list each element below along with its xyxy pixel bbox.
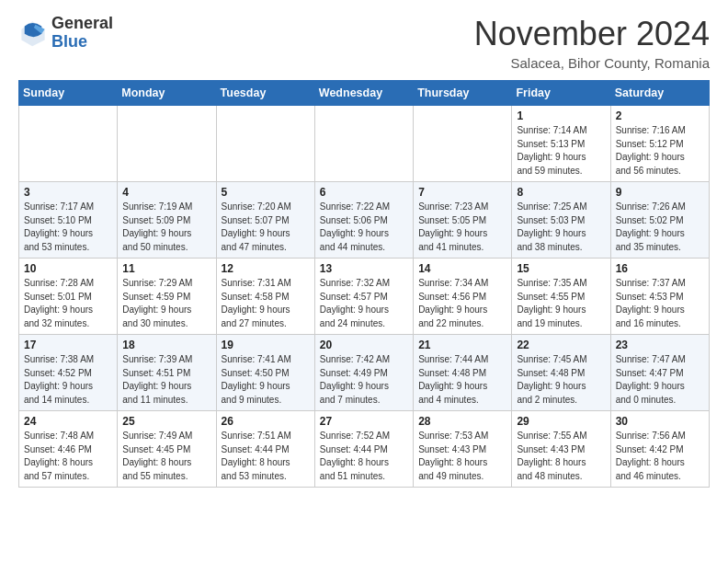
calendar-cell: 18Sunrise: 7:39 AM Sunset: 4:51 PM Dayli… (118, 335, 216, 411)
day-number: 18 (122, 339, 210, 351)
day-info: Sunrise: 7:29 AM Sunset: 4:59 PM Dayligh… (122, 277, 210, 330)
calendar-cell: 25Sunrise: 7:49 AM Sunset: 4:45 PM Dayli… (118, 411, 216, 488)
day-info: Sunrise: 7:48 AM Sunset: 4:46 PM Dayligh… (24, 430, 112, 483)
calendar-cell: 26Sunrise: 7:51 AM Sunset: 4:44 PM Dayli… (216, 411, 314, 488)
logo-icon (18, 18, 48, 48)
day-info: Sunrise: 7:56 AM Sunset: 4:42 PM Dayligh… (616, 430, 704, 483)
day-number: 4 (122, 186, 210, 199)
day-number: 28 (418, 415, 506, 428)
calendar-cell: 5Sunrise: 7:20 AM Sunset: 5:07 PM Daylig… (216, 182, 314, 259)
day-number: 5 (222, 186, 310, 199)
day-info: Sunrise: 7:26 AM Sunset: 5:02 PM Dayligh… (616, 201, 704, 254)
day-number: 9 (616, 186, 704, 199)
calendar-cell: 3Sunrise: 7:17 AM Sunset: 5:10 PM Daylig… (19, 182, 118, 259)
calendar-cell: 29Sunrise: 7:55 AM Sunset: 4:43 PM Dayli… (512, 411, 610, 488)
day-number: 2 (616, 109, 704, 122)
day-number: 7 (418, 186, 506, 199)
day-number: 1 (517, 109, 605, 122)
calendar-cell (414, 106, 512, 182)
calendar-week-1: 3Sunrise: 7:17 AM Sunset: 5:10 PM Daylig… (19, 182, 710, 259)
weekday-header-saturday: Saturday (610, 81, 709, 106)
day-number: 24 (24, 415, 112, 428)
day-number: 29 (517, 415, 605, 428)
calendar-cell (314, 106, 413, 182)
day-info: Sunrise: 7:38 AM Sunset: 4:52 PM Dayligh… (24, 353, 112, 407)
calendar-cell: 21Sunrise: 7:44 AM Sunset: 4:48 PM Dayli… (414, 335, 512, 411)
calendar-cell: 13Sunrise: 7:32 AM Sunset: 4:57 PM Dayli… (314, 259, 413, 335)
day-info: Sunrise: 7:23 AM Sunset: 5:05 PM Dayligh… (418, 201, 506, 254)
day-number: 6 (320, 186, 408, 199)
calendar-cell: 6Sunrise: 7:22 AM Sunset: 5:06 PM Daylig… (314, 182, 413, 259)
day-info: Sunrise: 7:20 AM Sunset: 5:07 PM Dayligh… (222, 201, 310, 254)
day-info: Sunrise: 7:39 AM Sunset: 4:51 PM Dayligh… (122, 353, 210, 407)
day-info: Sunrise: 7:22 AM Sunset: 5:06 PM Dayligh… (320, 201, 408, 254)
calendar-cell: 28Sunrise: 7:53 AM Sunset: 4:43 PM Dayli… (414, 411, 512, 488)
calendar-cell: 27Sunrise: 7:52 AM Sunset: 4:44 PM Dayli… (314, 411, 413, 488)
day-number: 10 (24, 262, 112, 275)
day-info: Sunrise: 7:14 AM Sunset: 5:13 PM Dayligh… (517, 124, 605, 178)
day-info: Sunrise: 7:34 AM Sunset: 4:56 PM Dayligh… (418, 277, 506, 330)
calendar-cell: 8Sunrise: 7:25 AM Sunset: 5:03 PM Daylig… (512, 182, 610, 259)
day-number: 26 (222, 415, 310, 428)
calendar-cell: 10Sunrise: 7:28 AM Sunset: 5:01 PM Dayli… (19, 259, 118, 335)
day-info: Sunrise: 7:42 AM Sunset: 4:49 PM Dayligh… (320, 353, 408, 407)
day-number: 13 (320, 262, 408, 275)
calendar-cell: 14Sunrise: 7:34 AM Sunset: 4:56 PM Dayli… (414, 259, 512, 335)
calendar-cell: 1Sunrise: 7:14 AM Sunset: 5:13 PM Daylig… (512, 106, 610, 182)
day-number: 19 (222, 339, 310, 351)
weekday-header-monday: Monday (118, 81, 216, 106)
day-info: Sunrise: 7:31 AM Sunset: 4:58 PM Dayligh… (222, 277, 310, 330)
calendar-cell: 16Sunrise: 7:37 AM Sunset: 4:53 PM Dayli… (610, 259, 709, 335)
weekday-header-friday: Friday (512, 81, 610, 106)
day-info: Sunrise: 7:19 AM Sunset: 5:09 PM Dayligh… (122, 201, 210, 254)
weekday-header-tuesday: Tuesday (216, 81, 314, 106)
page: General Blue November 2024 Salacea, Biho… (0, 0, 728, 502)
day-number: 30 (616, 415, 704, 428)
calendar-cell (118, 106, 216, 182)
day-info: Sunrise: 7:49 AM Sunset: 4:45 PM Dayligh… (122, 430, 210, 483)
weekday-header-row: SundayMondayTuesdayWednesdayThursdayFrid… (19, 81, 710, 106)
title-block: November 2024 Salacea, Bihor County, Rom… (474, 15, 710, 71)
weekday-header-wednesday: Wednesday (314, 81, 413, 106)
calendar-cell (19, 106, 118, 182)
day-info: Sunrise: 7:35 AM Sunset: 4:55 PM Dayligh… (517, 277, 605, 330)
day-info: Sunrise: 7:52 AM Sunset: 4:44 PM Dayligh… (320, 430, 408, 483)
calendar-cell: 22Sunrise: 7:45 AM Sunset: 4:48 PM Dayli… (512, 335, 610, 411)
calendar-week-2: 10Sunrise: 7:28 AM Sunset: 5:01 PM Dayli… (19, 259, 710, 335)
logo-general: General (51, 14, 113, 32)
day-number: 11 (122, 262, 210, 275)
calendar-week-0: 1Sunrise: 7:14 AM Sunset: 5:13 PM Daylig… (19, 106, 710, 182)
day-info: Sunrise: 7:32 AM Sunset: 4:57 PM Dayligh… (320, 277, 408, 330)
weekday-header-thursday: Thursday (414, 81, 512, 106)
calendar-cell: 24Sunrise: 7:48 AM Sunset: 4:46 PM Dayli… (19, 411, 118, 488)
day-info: Sunrise: 7:37 AM Sunset: 4:53 PM Dayligh… (616, 277, 704, 330)
header: General Blue November 2024 Salacea, Biho… (18, 15, 710, 71)
day-info: Sunrise: 7:17 AM Sunset: 5:10 PM Dayligh… (24, 201, 112, 254)
calendar-cell: 17Sunrise: 7:38 AM Sunset: 4:52 PM Dayli… (19, 335, 118, 411)
day-info: Sunrise: 7:16 AM Sunset: 5:12 PM Dayligh… (616, 124, 704, 178)
logo-text: General Blue (51, 15, 113, 52)
day-info: Sunrise: 7:44 AM Sunset: 4:48 PM Dayligh… (418, 353, 506, 407)
day-number: 21 (418, 339, 506, 351)
calendar-cell: 2Sunrise: 7:16 AM Sunset: 5:12 PM Daylig… (610, 106, 709, 182)
day-number: 22 (517, 339, 605, 351)
calendar-cell: 7Sunrise: 7:23 AM Sunset: 5:05 PM Daylig… (414, 182, 512, 259)
day-number: 14 (418, 262, 506, 275)
calendar-cell: 30Sunrise: 7:56 AM Sunset: 4:42 PM Dayli… (610, 411, 709, 488)
calendar-cell: 15Sunrise: 7:35 AM Sunset: 4:55 PM Dayli… (512, 259, 610, 335)
day-number: 3 (24, 186, 112, 199)
month-title: November 2024 (474, 15, 710, 53)
logo: General Blue (18, 15, 113, 52)
logo-blue: Blue (51, 32, 87, 51)
day-info: Sunrise: 7:51 AM Sunset: 4:44 PM Dayligh… (222, 430, 310, 483)
day-number: 16 (616, 262, 704, 275)
day-info: Sunrise: 7:55 AM Sunset: 4:43 PM Dayligh… (517, 430, 605, 483)
calendar-week-3: 17Sunrise: 7:38 AM Sunset: 4:52 PM Dayli… (19, 335, 710, 411)
weekday-header-sunday: Sunday (19, 81, 118, 106)
calendar-cell: 20Sunrise: 7:42 AM Sunset: 4:49 PM Dayli… (314, 335, 413, 411)
calendar-cell: 23Sunrise: 7:47 AM Sunset: 4:47 PM Dayli… (610, 335, 709, 411)
day-number: 23 (616, 339, 704, 351)
day-info: Sunrise: 7:41 AM Sunset: 4:50 PM Dayligh… (222, 353, 310, 407)
calendar-week-4: 24Sunrise: 7:48 AM Sunset: 4:46 PM Dayli… (19, 411, 710, 488)
calendar-cell: 9Sunrise: 7:26 AM Sunset: 5:02 PM Daylig… (610, 182, 709, 259)
